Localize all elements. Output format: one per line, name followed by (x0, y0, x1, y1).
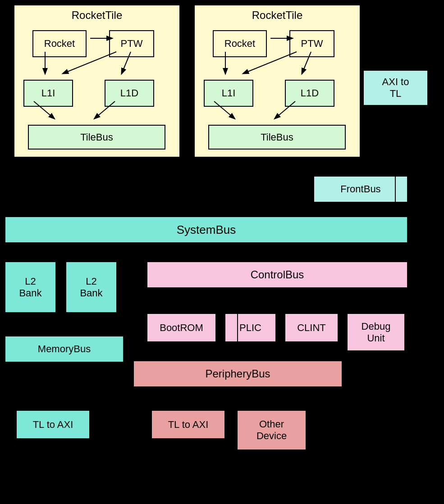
l1i-1: L1I (23, 80, 73, 107)
l2bank1: L2 Bank (5, 261, 56, 313)
frontbus: FrontBus (313, 176, 408, 203)
plic: PLIC (224, 313, 276, 342)
rocket-1: Rocket (32, 30, 87, 57)
rocket-tile-1: RocketTile Rocket PTW L1I L1D TileBus (14, 5, 180, 158)
rocket-tile-2: RocketTile Rocket PTW L1I L1D TileBus (194, 5, 361, 158)
clint: CLINT (284, 313, 339, 342)
rocket-tile-2-label: RocketTile (252, 9, 302, 22)
systembus: SystemBus (5, 216, 408, 243)
other-device: Other Device (237, 410, 307, 450)
l2bank2: L2 Bank (65, 261, 117, 313)
axi-to-tl: AXI to TL (363, 70, 428, 106)
debug-unit: Debug Unit (347, 313, 405, 351)
l1d-2: L1D (285, 80, 334, 107)
ptw-2: PTW (289, 30, 334, 57)
peripherybus: PeripheryBus (133, 360, 343, 387)
tilebus-1: TileBus (28, 125, 165, 150)
tilebus-2: TileBus (208, 125, 346, 150)
l1i-2: L1I (204, 80, 253, 107)
rocket-2: Rocket (213, 30, 267, 57)
rocket-tile-1-label: RocketTile (72, 9, 122, 22)
memorybus: MemoryBus (5, 336, 124, 363)
bootrom: BootROM (146, 313, 216, 342)
controlbus: ControlBus (146, 261, 408, 288)
tl-to-axi-left: TL to AXI (16, 410, 90, 439)
l1d-1: L1D (105, 80, 154, 107)
tl-to-axi-right: TL to AXI (151, 410, 225, 439)
ptw-1: PTW (109, 30, 154, 57)
